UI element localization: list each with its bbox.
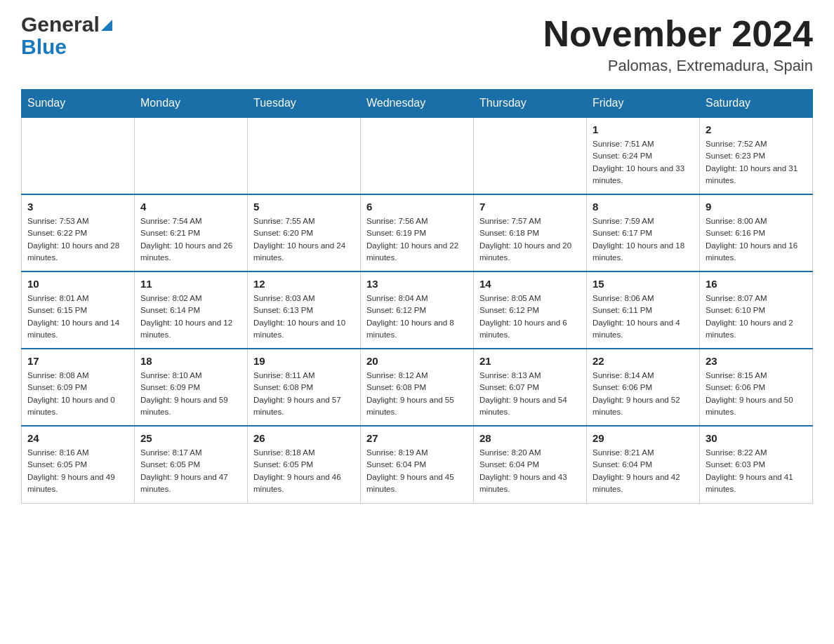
day-info: Sunrise: 8:01 AMSunset: 6:15 PMDaylight:…: [27, 293, 128, 341]
day-info: Sunrise: 8:20 AMSunset: 6:04 PMDaylight:…: [479, 447, 581, 495]
calendar-cell: 25Sunrise: 8:17 AMSunset: 6:05 PMDayligh…: [135, 426, 248, 503]
day-number: 24: [27, 432, 128, 444]
calendar-cell: 7Sunrise: 7:57 AMSunset: 6:18 PMDaylight…: [474, 194, 587, 271]
calendar-cell: 8Sunrise: 7:59 AMSunset: 6:17 PMDaylight…: [587, 194, 700, 271]
calendar-cell: 5Sunrise: 7:55 AMSunset: 6:20 PMDaylight…: [248, 194, 361, 271]
calendar-cell: 11Sunrise: 8:02 AMSunset: 6:14 PMDayligh…: [135, 271, 248, 349]
calendar-cell: [22, 117, 135, 194]
day-number: 9: [706, 201, 807, 213]
col-header-friday: Friday: [587, 90, 700, 118]
day-number: 22: [593, 355, 694, 367]
day-info: Sunrise: 8:06 AMSunset: 6:11 PMDaylight:…: [593, 293, 694, 341]
calendar-cell: 22Sunrise: 8:14 AMSunset: 6:06 PMDayligh…: [587, 349, 700, 426]
day-number: 6: [366, 201, 468, 213]
day-number: 19: [253, 355, 355, 367]
calendar-table: SundayMondayTuesdayWednesdayThursdayFrid…: [21, 89, 813, 504]
day-info: Sunrise: 8:03 AMSunset: 6:13 PMDaylight:…: [253, 293, 355, 341]
logo-blue-text: Blue: [21, 35, 67, 58]
calendar-cell: 15Sunrise: 8:06 AMSunset: 6:11 PMDayligh…: [587, 271, 700, 349]
calendar-cell: 1Sunrise: 7:51 AMSunset: 6:24 PMDaylight…: [587, 117, 700, 194]
day-info: Sunrise: 7:53 AMSunset: 6:22 PMDaylight:…: [27, 215, 128, 264]
calendar-cell: 6Sunrise: 7:56 AMSunset: 6:19 PMDaylight…: [361, 194, 474, 271]
calendar-cell: 12Sunrise: 8:03 AMSunset: 6:13 PMDayligh…: [248, 271, 361, 349]
logo-general-text: General: [21, 14, 100, 35]
day-info: Sunrise: 8:18 AMSunset: 6:05 PMDaylight:…: [253, 447, 355, 495]
day-info: Sunrise: 7:59 AMSunset: 6:17 PMDaylight:…: [593, 215, 694, 264]
col-header-thursday: Thursday: [474, 90, 587, 118]
day-number: 5: [253, 201, 355, 213]
calendar-week-row: 10Sunrise: 8:01 AMSunset: 6:15 PMDayligh…: [22, 271, 813, 349]
col-header-tuesday: Tuesday: [248, 90, 361, 118]
day-number: 11: [140, 278, 241, 290]
calendar-cell: 19Sunrise: 8:11 AMSunset: 6:08 PMDayligh…: [248, 349, 361, 426]
day-number: 3: [27, 201, 128, 213]
col-header-saturday: Saturday: [700, 90, 813, 118]
day-number: 1: [593, 123, 694, 135]
day-info: Sunrise: 8:17 AMSunset: 6:05 PMDaylight:…: [140, 447, 241, 495]
day-info: Sunrise: 8:22 AMSunset: 6:03 PMDaylight:…: [706, 447, 807, 495]
location-subtitle: Palomas, Extremadura, Spain: [543, 57, 813, 75]
day-number: 17: [27, 355, 128, 367]
month-title: November 2024: [543, 14, 813, 54]
page-header: General Blue November 2024 Palomas, Extr…: [21, 14, 813, 75]
day-info: Sunrise: 8:14 AMSunset: 6:06 PMDaylight:…: [593, 370, 694, 418]
day-info: Sunrise: 8:05 AMSunset: 6:12 PMDaylight:…: [479, 293, 581, 341]
calendar-cell: 27Sunrise: 8:19 AMSunset: 6:04 PMDayligh…: [361, 426, 474, 503]
day-info: Sunrise: 8:13 AMSunset: 6:07 PMDaylight:…: [479, 370, 581, 418]
day-number: 29: [593, 432, 694, 444]
day-number: 28: [479, 432, 581, 444]
calendar-week-row: 3Sunrise: 7:53 AMSunset: 6:22 PMDaylight…: [22, 194, 813, 271]
calendar-cell: 20Sunrise: 8:12 AMSunset: 6:08 PMDayligh…: [361, 349, 474, 426]
calendar-cell: [135, 117, 248, 194]
calendar-cell: 10Sunrise: 8:01 AMSunset: 6:15 PMDayligh…: [22, 271, 135, 349]
col-header-monday: Monday: [135, 90, 248, 118]
day-number: 10: [27, 278, 128, 290]
calendar-cell: 13Sunrise: 8:04 AMSunset: 6:12 PMDayligh…: [361, 271, 474, 349]
day-number: 23: [706, 355, 807, 367]
day-number: 25: [140, 432, 241, 444]
calendar-cell: 17Sunrise: 8:08 AMSunset: 6:09 PMDayligh…: [22, 349, 135, 426]
day-info: Sunrise: 8:04 AMSunset: 6:12 PMDaylight:…: [366, 293, 468, 341]
day-info: Sunrise: 8:12 AMSunset: 6:08 PMDaylight:…: [366, 370, 468, 418]
day-info: Sunrise: 8:15 AMSunset: 6:06 PMDaylight:…: [706, 370, 807, 418]
day-number: 14: [479, 278, 581, 290]
day-info: Sunrise: 7:54 AMSunset: 6:21 PMDaylight:…: [140, 215, 241, 264]
calendar-cell: 4Sunrise: 7:54 AMSunset: 6:21 PMDaylight…: [135, 194, 248, 271]
day-number: 7: [479, 201, 581, 213]
day-info: Sunrise: 8:10 AMSunset: 6:09 PMDaylight:…: [140, 370, 241, 418]
day-number: 18: [140, 355, 241, 367]
col-header-sunday: Sunday: [22, 90, 135, 118]
day-info: Sunrise: 7:55 AMSunset: 6:20 PMDaylight:…: [253, 215, 355, 264]
calendar-cell: 9Sunrise: 8:00 AMSunset: 6:16 PMDaylight…: [700, 194, 813, 271]
logo: General Blue: [21, 14, 112, 59]
calendar-week-row: 1Sunrise: 7:51 AMSunset: 6:24 PMDaylight…: [22, 117, 813, 194]
day-number: 20: [366, 355, 468, 367]
calendar-cell: 3Sunrise: 7:53 AMSunset: 6:22 PMDaylight…: [22, 194, 135, 271]
calendar-header-row: SundayMondayTuesdayWednesdayThursdayFrid…: [22, 90, 813, 118]
day-info: Sunrise: 7:52 AMSunset: 6:23 PMDaylight:…: [706, 138, 807, 187]
calendar-week-row: 17Sunrise: 8:08 AMSunset: 6:09 PMDayligh…: [22, 349, 813, 426]
day-info: Sunrise: 8:02 AMSunset: 6:14 PMDaylight:…: [140, 293, 241, 341]
day-number: 2: [706, 123, 807, 135]
calendar-cell: [248, 117, 361, 194]
day-number: 26: [253, 432, 355, 444]
calendar-cell: [474, 117, 587, 194]
day-number: 27: [366, 432, 468, 444]
day-info: Sunrise: 8:21 AMSunset: 6:04 PMDaylight:…: [593, 447, 694, 495]
day-info: Sunrise: 7:51 AMSunset: 6:24 PMDaylight:…: [593, 138, 694, 187]
calendar-cell: 28Sunrise: 8:20 AMSunset: 6:04 PMDayligh…: [474, 426, 587, 503]
day-info: Sunrise: 7:57 AMSunset: 6:18 PMDaylight:…: [479, 215, 581, 264]
day-info: Sunrise: 8:16 AMSunset: 6:05 PMDaylight:…: [27, 447, 128, 495]
calendar-cell: 16Sunrise: 8:07 AMSunset: 6:10 PMDayligh…: [700, 271, 813, 349]
day-number: 16: [706, 278, 807, 290]
svg-marker-0: [101, 20, 112, 31]
calendar-cell: 24Sunrise: 8:16 AMSunset: 6:05 PMDayligh…: [22, 426, 135, 503]
day-number: 12: [253, 278, 355, 290]
day-info: Sunrise: 8:08 AMSunset: 6:09 PMDaylight:…: [27, 370, 128, 418]
day-info: Sunrise: 8:19 AMSunset: 6:04 PMDaylight:…: [366, 447, 468, 495]
calendar-cell: 29Sunrise: 8:21 AMSunset: 6:04 PMDayligh…: [587, 426, 700, 503]
day-number: 8: [593, 201, 694, 213]
calendar-cell: 18Sunrise: 8:10 AMSunset: 6:09 PMDayligh…: [135, 349, 248, 426]
calendar-cell: 21Sunrise: 8:13 AMSunset: 6:07 PMDayligh…: [474, 349, 587, 426]
calendar-week-row: 24Sunrise: 8:16 AMSunset: 6:05 PMDayligh…: [22, 426, 813, 503]
